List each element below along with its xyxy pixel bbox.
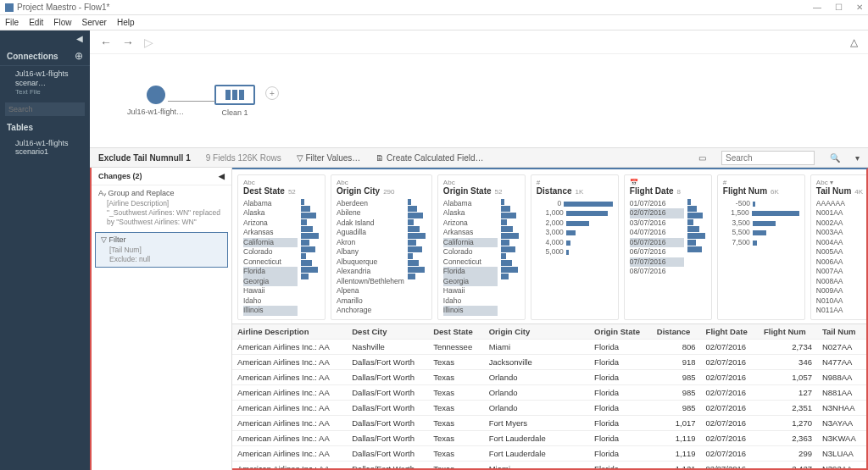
sidebar-search-input[interactable] xyxy=(5,102,85,116)
column-header[interactable]: Origin State xyxy=(589,324,652,340)
flow-canvas[interactable]: Jul16-w1-flight… Clean 1 + xyxy=(90,54,868,147)
profile-value[interactable]: 07/07/2016 xyxy=(630,257,684,267)
profile-value[interactable]: Idaho xyxy=(243,296,298,306)
connection-item[interactable]: Jul16-w1-flights scenar… Text File xyxy=(0,66,90,99)
menu-file[interactable]: File xyxy=(5,18,19,27)
sidebar-collapse[interactable]: ◀ xyxy=(0,30,90,47)
profile-value[interactable]: Hawaii xyxy=(443,286,498,296)
search-icon[interactable]: 🔍 xyxy=(830,153,840,163)
profile-value[interactable]: Idaho xyxy=(443,296,498,306)
filter-values-button[interactable]: ▽ Filter Values… xyxy=(297,153,361,163)
profile-value[interactable]: N007AA xyxy=(816,267,866,276)
column-header[interactable]: Flight Date xyxy=(701,324,759,340)
profile-value[interactable]: California xyxy=(243,238,298,247)
menu-edit[interactable]: Edit xyxy=(29,18,43,27)
profile-value[interactable]: Adak Island xyxy=(337,218,404,228)
profile-value[interactable]: Abilene xyxy=(337,208,404,218)
profile-value[interactable]: AAAAAA xyxy=(816,199,866,208)
profile-value[interactable]: Arizona xyxy=(443,218,498,228)
profile-value[interactable]: Alabama xyxy=(243,199,298,208)
add-step-icon[interactable]: + xyxy=(265,86,279,100)
close-button[interactable]: ✕ xyxy=(856,3,863,12)
menu-flow[interactable]: Flow xyxy=(53,18,71,27)
profile-value[interactable]: Florida xyxy=(243,267,298,276)
column-header[interactable]: Distance xyxy=(652,324,701,340)
table-row[interactable]: American Airlines Inc.: AADallas/Fort Wo… xyxy=(232,369,866,384)
profile-value[interactable]: N006AA xyxy=(816,257,866,267)
table-row[interactable]: American Airlines Inc.: AADallas/Fort Wo… xyxy=(232,415,866,430)
profile-value[interactable]: Aberdeen xyxy=(337,199,404,208)
profile-dest-state[interactable]: AbcDest State52AlabamaAlaskaArizonaArkan… xyxy=(237,174,326,320)
view-toggle-icon[interactable]: ▭ xyxy=(698,153,706,163)
profile-value[interactable]: 03/07/2016 xyxy=(630,218,684,228)
column-header[interactable]: Origin City xyxy=(484,324,589,340)
column-header[interactable]: Dest City xyxy=(347,324,428,340)
clean-node[interactable]: Clean 1 xyxy=(214,85,255,117)
profile-value[interactable]: N002AA xyxy=(816,218,866,228)
profile-flight-num[interactable]: #Flight Num6K-5001,5003,5005,5007,500 xyxy=(717,174,805,320)
profile-flight-date[interactable]: 📅Flight Date801/07/201602/07/201603/07/2… xyxy=(624,174,712,320)
profile-value[interactable]: Albany xyxy=(337,247,404,257)
profile-value[interactable]: N009AA xyxy=(816,286,866,296)
changes-collapse-icon[interactable]: ◀ xyxy=(219,172,225,180)
table-row[interactable]: American Airlines Inc.: AADallas/Fort Wo… xyxy=(232,430,866,445)
table-row[interactable]: American Airlines Inc.: AADallas/Fort Wo… xyxy=(232,354,866,369)
profile-value[interactable]: Arkansas xyxy=(443,228,498,237)
profile-value[interactable]: Alabama xyxy=(443,199,498,208)
table-row[interactable]: American Airlines Inc.: AADallas/Fort Wo… xyxy=(232,461,866,468)
profile-value[interactable]: N004AA xyxy=(816,238,866,247)
profile-value[interactable]: Anchorage xyxy=(337,306,404,315)
profile-value[interactable]: Colorado xyxy=(443,247,498,257)
profile-distance[interactable]: #Distance1K01,0002,0003,0004,0005,000 xyxy=(531,174,619,320)
column-header[interactable]: Flight Num xyxy=(759,324,817,340)
profile-value[interactable]: Connecticut xyxy=(443,257,498,267)
profile-value[interactable]: N003AA xyxy=(816,228,866,237)
create-calc-field-button[interactable]: 🗎 Create Calculated Field… xyxy=(376,153,483,163)
alert-icon[interactable]: △ xyxy=(850,36,858,48)
change-filter[interactable]: ▽ Filter [Tail Num] Exclude: null xyxy=(95,232,228,268)
profile-value[interactable]: N005AA xyxy=(816,247,866,257)
menu-chevron-icon[interactable]: ▾ xyxy=(855,153,860,163)
profile-search-input[interactable] xyxy=(721,151,815,165)
profile-value[interactable]: N011AA xyxy=(816,306,866,315)
table-row[interactable]: American Airlines Inc.: AANashvilleTenne… xyxy=(232,339,866,354)
profile-value[interactable]: 05/07/2016 xyxy=(630,238,684,247)
profile-value[interactable]: Amarillo xyxy=(337,296,404,306)
profile-value[interactable]: N008AA xyxy=(816,277,866,286)
profile-value[interactable]: Aguadilla xyxy=(337,228,404,237)
column-header[interactable]: Dest State xyxy=(428,324,483,340)
profile-value[interactable]: Connecticut xyxy=(243,257,298,267)
profile-value[interactable]: Illinois xyxy=(243,306,298,315)
profile-value[interactable]: Arizona xyxy=(243,218,298,228)
profile-value[interactable]: Alpena xyxy=(337,286,404,296)
profile-value[interactable]: Colorado xyxy=(243,247,298,257)
profile-value[interactable]: Alaska xyxy=(243,208,298,218)
table-row[interactable]: American Airlines Inc.: AADallas/Fort Wo… xyxy=(232,400,866,415)
profile-value[interactable]: 06/07/2016 xyxy=(630,247,684,257)
profile-value[interactable]: Georgia xyxy=(243,277,298,286)
minimize-button[interactable]: — xyxy=(813,3,821,12)
change-group-replace[interactable]: Aᵧ Group and Replace [Airline Descriptio… xyxy=(92,185,231,230)
profile-value[interactable]: California xyxy=(443,238,498,247)
profile-origin-city[interactable]: AbcOrigin City290AberdeenAbileneAdak Isl… xyxy=(331,174,432,320)
menu-server[interactable]: Server xyxy=(81,18,106,27)
profile-value[interactable]: 01/07/2016 xyxy=(630,199,684,208)
profile-value[interactable]: Florida xyxy=(443,267,498,276)
add-connection-icon[interactable]: ⊕ xyxy=(75,50,83,62)
profile-value[interactable]: Georgia xyxy=(443,277,498,286)
profile-value[interactable]: Hawaii xyxy=(243,286,298,296)
profile-value[interactable]: Albuquerque xyxy=(337,257,404,267)
profile-value[interactable]: Alaska xyxy=(443,208,498,218)
profile-value[interactable]: N010AA xyxy=(816,296,866,306)
run-flow-icon[interactable]: ▷ xyxy=(144,36,153,49)
profile-value[interactable]: Akron xyxy=(337,238,404,247)
forward-arrow-icon[interactable]: → xyxy=(122,36,134,49)
profile-value[interactable]: 02/07/2016 xyxy=(630,208,684,218)
profile-value[interactable]: N001AA xyxy=(816,208,866,218)
column-header[interactable]: Airline Description xyxy=(232,324,347,340)
back-arrow-icon[interactable]: ← xyxy=(100,36,112,49)
table-item[interactable]: Jul16-w1-flights scenario1 xyxy=(0,135,90,159)
profile-tail-num[interactable]: Abc ▾≡ ▾Tail Num4KAAAAAAN001AAN002AAN003… xyxy=(810,174,866,320)
table-row[interactable]: American Airlines Inc.: AADallas/Fort Wo… xyxy=(232,445,866,461)
profile-value[interactable]: Alexandria xyxy=(337,267,404,276)
